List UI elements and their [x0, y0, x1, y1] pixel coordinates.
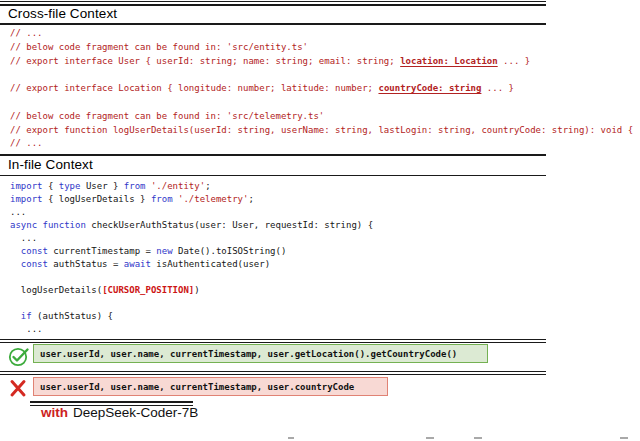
code-line: [10, 68, 633, 82]
code-line: // ...: [10, 27, 633, 41]
in-file-code-block: import { type User } from './entity';imp…: [10, 180, 373, 336]
code-line: const currentTimestamp = new Date().toIS…: [10, 245, 373, 258]
cutoff-caption-fragment: [620, 437, 628, 439]
cutoff-caption-fragment: [474, 437, 482, 439]
divider: [0, 23, 546, 25]
divider: [0, 339, 546, 343]
code-line: import { logUserDetails } from './teleme…: [10, 193, 373, 206]
cross-file-context-title: Cross-file Context: [8, 6, 117, 21]
correct-completion-text: user.userId, user.name, currentTimestamp…: [33, 344, 488, 363]
code-line: [10, 96, 633, 110]
check-circle-icon: [8, 345, 30, 367]
cross-icon: [8, 378, 28, 398]
cutoff-caption-fragment: [426, 437, 434, 439]
divider: [0, 154, 546, 156]
code-line: logUserDetails([CURSOR_POSITION]): [10, 284, 373, 297]
in-file-context-title: In-file Context: [8, 157, 93, 172]
divider: [0, 1, 546, 2]
code-line: [10, 297, 373, 310]
code-line: ...: [10, 206, 373, 219]
code-line: if (authStatus) {: [10, 310, 373, 323]
model-name: DeepSeek-Coder-7B: [73, 405, 198, 420]
code-line: ...: [10, 232, 373, 245]
divider: [0, 175, 546, 176]
code-line: // below code fragment can be found in: …: [10, 41, 633, 55]
incorrect-completion-text: user.userId, user.name, currentTimestamp…: [33, 377, 388, 396]
cutoff-caption-fragment: [288, 437, 294, 439]
with-label: with: [41, 405, 68, 420]
model-caption: withDeepSeek-Coder-7B: [41, 405, 198, 420]
code-line: // export interface Location { longitude…: [10, 82, 633, 96]
cross-file-code-block: // ...// below code fragment can be foun…: [10, 27, 633, 151]
code-line: [10, 271, 373, 284]
code-line: async function checkUserAuthStatus(user:…: [10, 219, 373, 232]
code-line: // below code fragment can be found in: …: [10, 110, 633, 124]
code-line: // export interface User { userId: strin…: [10, 55, 633, 69]
code-line: // export function logUserDetails(userId…: [10, 124, 633, 138]
code-line: const authStatus = await isAuthenticated…: [10, 258, 373, 271]
paper-figure-code-completion: Cross-file Context // ...// below code f…: [0, 0, 640, 441]
code-line: import { type User } from './entity';: [10, 180, 373, 193]
code-line: // ...: [10, 137, 633, 151]
code-line: ...: [10, 323, 373, 336]
divider: [0, 371, 546, 375]
